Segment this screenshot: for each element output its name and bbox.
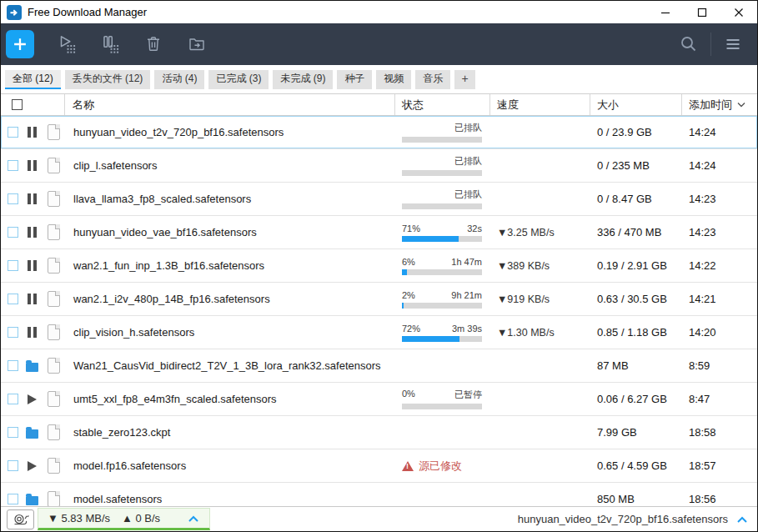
folder-state [26, 494, 38, 505]
current-file-panel[interactable]: hunyuan_video_t2v_720p_bf16.safetensors [518, 513, 749, 525]
search-button[interactable] [678, 33, 700, 55]
folder-icon [26, 496, 38, 505]
progress-percent: 2% [402, 290, 415, 300]
column-header-name[interactable]: 名称 [65, 94, 395, 115]
table-row[interactable]: clip_l.safetensors已排队0 / 235 MB14:24 [1, 149, 757, 183]
added-time-value: 14:22 [682, 259, 757, 272]
column-header-speed[interactable]: 速度 [490, 94, 590, 115]
pause-icon [27, 227, 38, 238]
row-controls-cell [1, 491, 65, 506]
file-name: stable_zero123.ckpt [65, 426, 395, 439]
table-row[interactable]: wan2.1_fun_inp_1.3B_bf16.safetensors6%1h… [1, 249, 757, 283]
close-button[interactable] [720, 1, 757, 23]
size-value: 850 MB [590, 493, 682, 505]
progress-fill [402, 336, 459, 342]
column-header-size[interactable]: 大小 [590, 94, 682, 115]
progress-status-label: 1h 47m [451, 257, 482, 267]
row-checkbox[interactable] [8, 427, 18, 438]
added-time-value: 8:59 [682, 359, 757, 372]
row-controls-cell [1, 458, 65, 474]
table-row[interactable]: hunyuan_video_t2v_720p_bf16.safetensors已… [1, 116, 757, 149]
row-checkbox[interactable] [8, 394, 18, 404]
pause-all-button[interactable] [99, 33, 121, 55]
delete-button[interactable] [143, 33, 164, 55]
status-cell [395, 416, 490, 449]
file-name: clip_vision_h.safetensors [65, 326, 395, 339]
table-row[interactable]: umt5_xxl_fp8_e4m3fn_scaled.safetensors0%… [1, 383, 757, 416]
table-row[interactable]: clip_vision_h.safetensors72%3m 39s▼1.30 … [1, 316, 757, 349]
row-controls-cell [1, 258, 65, 274]
table-row[interactable]: llava_llama3_fp8_scaled.safetensors已排队0 … [1, 183, 757, 216]
table-row[interactable]: model.fp16.safetensors源已修改0.65 / 4.59 GB… [1, 449, 757, 483]
start-all-button[interactable] [56, 33, 78, 55]
table-row[interactable]: wan2.1_i2v_480p_14B_fp16.safetensors2%9h… [1, 283, 757, 316]
speed-limit-button[interactable] [7, 509, 34, 529]
table-row[interactable]: Wan21_CausVid_bidirect2_T2V_1_3B_lora_ra… [1, 349, 757, 383]
fdm-logo-icon [7, 5, 22, 20]
play-state [26, 394, 38, 404]
play-state [26, 461, 38, 471]
row-checkbox[interactable] [8, 494, 18, 504]
pause-state [26, 327, 38, 338]
added-time-value: 14:20 [682, 326, 757, 339]
row-checkbox[interactable] [8, 227, 18, 238]
add-download-button[interactable] [6, 30, 34, 58]
row-checkbox[interactable] [8, 294, 18, 304]
filter-tab[interactable]: 丢失的文件 (12) [65, 70, 151, 89]
row-checkbox[interactable] [8, 260, 18, 271]
progress-percent: 0% [402, 389, 415, 401]
table-row[interactable]: hunyuan_video_vae_bf16.safetensors71%32s… [1, 216, 757, 249]
progress-fill [402, 236, 459, 242]
open-folder-button[interactable] [186, 33, 208, 55]
speed-panel-expand-button[interactable] [187, 514, 200, 523]
toolbar-divider [710, 33, 711, 56]
filter-tab[interactable]: 音乐 [415, 70, 450, 89]
row-checkbox[interactable] [8, 193, 18, 204]
progress-labels: 已排队 [402, 122, 482, 134]
file-icon [48, 391, 60, 407]
row-controls-cell [1, 324, 65, 340]
progress-labels: 已排队 [402, 155, 482, 168]
menu-button[interactable] [722, 33, 744, 55]
pause-state [26, 227, 38, 238]
minimize-button[interactable] [647, 1, 684, 23]
header-checkbox-cell [1, 94, 65, 115]
network-speed-panel[interactable]: ▼ 5.83 MB/s ▲ 0 B/s [38, 508, 210, 530]
row-checkbox[interactable] [8, 460, 18, 471]
progress-bar [402, 336, 482, 342]
progress-bar [402, 236, 482, 242]
filter-tabs: 全部 (12)丢失的文件 (12)活动 (4)已完成 (3)未完成 (9)种子视… [1, 65, 757, 93]
progress-status-label: 9h 21m [451, 290, 482, 300]
progress-bar [402, 269, 482, 275]
column-header-status[interactable]: 状态 [395, 94, 490, 115]
size-value: 87 MB [590, 359, 682, 372]
size-value: 0.85 / 1.18 GB [590, 326, 682, 339]
added-time-value: 14:24 [682, 126, 757, 138]
filter-tab[interactable]: 全部 (12) [5, 70, 61, 89]
add-tab-button[interactable]: + [454, 70, 474, 89]
play-icon [28, 394, 37, 404]
pause-state [26, 294, 38, 304]
row-controls-cell [1, 124, 65, 140]
table-row[interactable]: stable_zero123.ckpt7.99 GB18:58 [1, 416, 757, 449]
filter-tab[interactable]: 视频 [376, 70, 411, 89]
column-header-added-label: 添加时间 [689, 98, 732, 113]
select-all-checkbox[interactable] [12, 99, 23, 110]
filter-tab[interactable]: 种子 [337, 70, 372, 89]
added-time-value: 8:47 [682, 393, 757, 405]
column-header-added[interactable]: 添加时间 [682, 94, 757, 115]
table-row[interactable]: model.safetensors850 MB18:56 [1, 483, 757, 506]
maximize-button[interactable] [684, 1, 720, 23]
status-cell: 已排队 [395, 149, 490, 182]
filter-tab[interactable]: 未完成 (9) [273, 70, 333, 89]
row-checkbox[interactable] [8, 360, 18, 371]
folder-state [26, 360, 38, 372]
row-checkbox[interactable] [8, 127, 18, 138]
filter-tab[interactable]: 活动 (4) [154, 70, 204, 89]
toolbar [1, 23, 757, 65]
pause-icon [27, 127, 38, 138]
row-checkbox[interactable] [8, 327, 18, 338]
row-checkbox[interactable] [8, 160, 18, 171]
filter-tab[interactable]: 已完成 (3) [208, 70, 269, 89]
speed-value: ▼3.25 MB/s [490, 227, 590, 238]
